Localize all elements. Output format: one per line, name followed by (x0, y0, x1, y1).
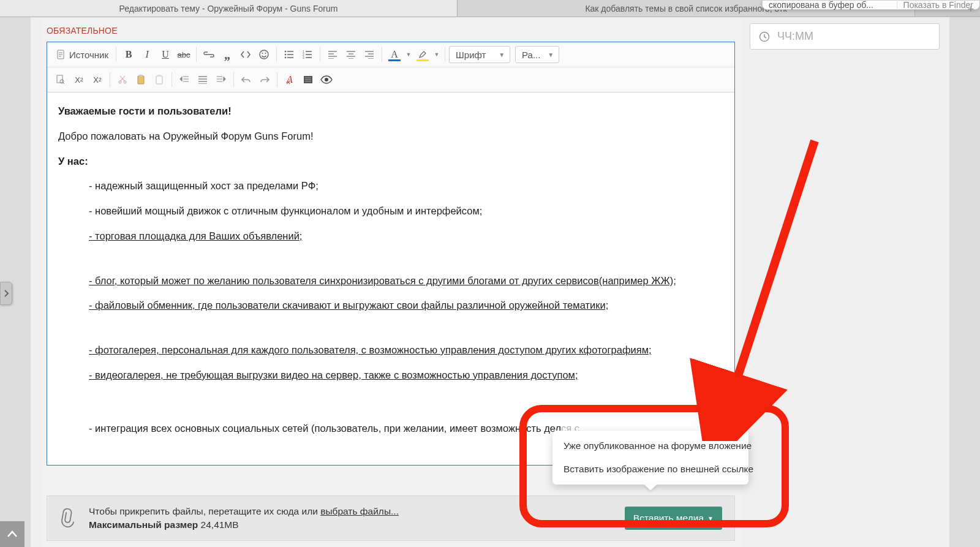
svg-rect-17 (157, 75, 161, 77)
highlight-button[interactable] (414, 46, 431, 63)
size-combo-label: Ра... (522, 50, 540, 60)
clipboard-plain-icon (155, 75, 164, 85)
mac-notification-action[interactable]: Показать в Finder (897, 0, 973, 10)
bold-button[interactable]: B (120, 46, 137, 63)
redo-button[interactable] (256, 71, 273, 88)
redo-icon (260, 75, 270, 84)
align-left-icon (328, 50, 337, 59)
indent-icon (198, 75, 208, 84)
sidebar: ЧЧ:ММ (750, 23, 940, 50)
rich-text-editor: Источник B I U abc „ (47, 42, 735, 466)
eye-icon (320, 75, 333, 84)
indent-right-icon (216, 75, 226, 84)
new-tab-button[interactable]: + (964, 2, 978, 16)
clipboard-icon (137, 75, 145, 85)
content-line-5: - файловый обменник, где пользователи ск… (89, 298, 723, 313)
subscript-button[interactable]: X2 (70, 71, 88, 88)
indent-right-button[interactable] (213, 71, 230, 88)
smile-icon (258, 49, 270, 60)
search-in-doc-icon (56, 75, 66, 85)
quote-button[interactable]: „ (219, 46, 236, 63)
insert-block-button[interactable] (300, 71, 317, 88)
text-color-button[interactable]: A (386, 46, 403, 63)
align-center-icon (346, 50, 356, 59)
chevron-down-icon: ▼ (707, 515, 714, 522)
font-combo[interactable]: Шрифт▼ (449, 46, 510, 63)
cut-button[interactable] (114, 71, 131, 88)
undo-button[interactable] (238, 71, 255, 88)
outdent-icon (179, 75, 189, 84)
link-icon (203, 51, 214, 58)
text-color-caret[interactable]: ▼ (404, 46, 413, 63)
paste-plain-button[interactable] (151, 71, 168, 88)
insert-media-menu: Уже опубликованное на форуме вложение Вс… (552, 431, 748, 485)
svg-point-5 (285, 54, 287, 56)
choose-files-link[interactable]: выбрать файлы... (320, 506, 399, 516)
clock-icon (759, 31, 770, 42)
outdent-button[interactable] (176, 71, 193, 88)
menu-item-external-image[interactable]: Вставить изображение по внешней ссылке (552, 458, 748, 481)
italic-button[interactable]: I (138, 46, 156, 63)
left-drawer-handle[interactable] (0, 282, 12, 305)
editor-toolbar: Источник B I U abc „ (47, 42, 734, 92)
preview-button[interactable] (318, 71, 335, 88)
svg-rect-15 (139, 75, 143, 77)
content-line-6: - фотогалерея, персональная для каждого … (89, 342, 723, 358)
list-bullet-icon (284, 50, 294, 59)
svg-rect-14 (138, 76, 144, 84)
editor-content[interactable]: Уважаемые гости и пользователи! Добро по… (47, 92, 734, 465)
paste-button[interactable] (132, 71, 149, 88)
maxsize-label: Максимальный размер (89, 519, 198, 530)
svg-text:3: 3 (303, 56, 304, 59)
insert-media-button[interactable]: Вставить медиа▼ (625, 507, 722, 530)
bulleted-list-button[interactable] (281, 46, 298, 63)
align-right-button[interactable] (361, 46, 378, 63)
time-input[interactable]: ЧЧ:ММ (750, 23, 940, 50)
size-combo[interactable]: Ра...▼ (515, 46, 559, 63)
svg-point-3 (265, 53, 266, 54)
maxsize-value: 24,41MB (201, 519, 239, 530)
mac-notification-text: скопирована в буфер об... (769, 0, 897, 10)
emoji-button[interactable] (255, 46, 273, 63)
svg-point-2 (262, 53, 263, 54)
source-button[interactable]: Источник (52, 46, 112, 63)
block-icon (303, 75, 313, 84)
svg-rect-16 (156, 76, 162, 84)
required-label: ОБЯЗАТЕЛЬНОЕ (40, 17, 741, 42)
insert-media-label: Вставить медиа (633, 513, 704, 524)
svg-point-19 (325, 78, 328, 81)
indent-button[interactable] (194, 71, 211, 88)
align-left-button[interactable] (324, 46, 341, 63)
content-welcome: Добро пожаловать на Оружейный Форум Guns… (58, 129, 723, 144)
superscript-button[interactable]: X2 (89, 71, 106, 88)
svg-point-12 (119, 81, 121, 83)
align-center-button[interactable] (342, 46, 360, 63)
svg-point-6 (285, 57, 287, 59)
underline-button[interactable]: U (157, 46, 174, 63)
code-icon (240, 50, 251, 59)
svg-point-1 (260, 50, 268, 59)
link-button[interactable] (200, 46, 217, 63)
code-button[interactable] (237, 46, 254, 63)
document-icon (56, 50, 66, 59)
svg-rect-10 (57, 75, 62, 83)
tab-active[interactable]: Редактировать тему - Оружейный Форум - G… (0, 0, 458, 17)
scroll-to-top-button[interactable] (0, 521, 24, 547)
svg-point-4 (285, 51, 287, 53)
remove-format-button[interactable]: A✕ (281, 71, 298, 88)
numbered-list-button[interactable]: 123 (299, 46, 316, 63)
paperclip-icon (55, 505, 80, 531)
font-combo-label: Шрифт (456, 50, 486, 60)
mac-notification: скопирована в буфер об... Показать в Fin… (762, 0, 980, 10)
svg-point-13 (124, 81, 126, 83)
source-button-label: Источник (69, 50, 108, 60)
content-line-7: - видеогалерея, не требующая выгрузки ви… (89, 368, 723, 383)
attachment-hint: Чтобы прикрепить файлы, перетащите их сю… (89, 505, 399, 532)
strike-button[interactable]: abc (175, 46, 192, 63)
find-button[interactable] (52, 71, 69, 88)
content-line-4: - блог, который может по желанию пользов… (89, 273, 723, 289)
content-wehave: У нас: (58, 156, 88, 167)
attachment-bar: Чтобы прикрепить файлы, перетащите их сю… (47, 496, 735, 541)
highlight-caret[interactable]: ▼ (432, 46, 441, 63)
menu-item-existing-attachment[interactable]: Уже опубликованное на форуме вложение (552, 434, 748, 458)
